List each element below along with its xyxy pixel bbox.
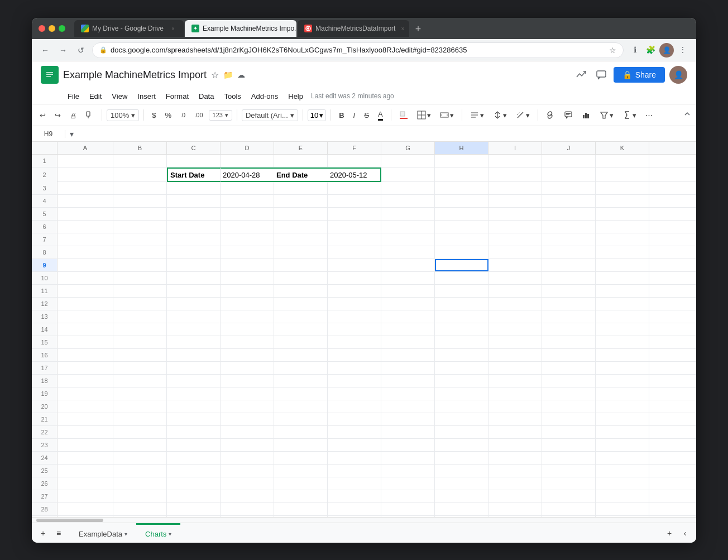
cell-i4[interactable] <box>488 195 542 207</box>
decimal-inc-button[interactable]: .00 <box>191 109 206 121</box>
cell-g2[interactable] <box>381 167 435 182</box>
cloud-icon[interactable]: ☁ <box>237 70 245 79</box>
cell-d8[interactable] <box>221 246 274 259</box>
cell-c1[interactable] <box>167 155 221 167</box>
cell-e5[interactable] <box>274 208 328 220</box>
text-color-button[interactable]: A <box>375 108 386 123</box>
font-family-dropdown[interactable]: Default (Ari... ▾ <box>242 109 298 121</box>
percent-button[interactable]: % <box>161 109 175 122</box>
col-header-f[interactable]: F <box>328 142 381 154</box>
cell-h2[interactable] <box>435 167 488 182</box>
dollar-button[interactable]: $ <box>149 109 159 122</box>
cell-b4[interactable] <box>113 195 167 207</box>
cell-h1[interactable] <box>435 155 488 167</box>
cell-j1[interactable] <box>542 155 596 167</box>
cell-c7[interactable] <box>167 233 221 246</box>
cell-i8[interactable] <box>488 246 542 259</box>
cell-ref-box[interactable]: H9 <box>32 130 65 138</box>
cell-f7[interactable] <box>328 233 381 246</box>
cell-i6[interactable] <box>488 221 542 233</box>
back-button[interactable]: ← <box>39 44 52 57</box>
cell-c9[interactable] <box>167 259 221 271</box>
profile-avatar[interactable]: 👤 <box>659 43 674 58</box>
cell-j3[interactable] <box>542 182 596 194</box>
tab-drive[interactable]: My Drive - Google Drive × <box>74 20 184 37</box>
cell-f4[interactable] <box>328 195 381 207</box>
cell-j2[interactable] <box>542 167 596 182</box>
col-header-a[interactable]: A <box>58 142 113 154</box>
chart-button[interactable] <box>578 108 594 122</box>
forward-button[interactable]: → <box>56 44 70 57</box>
reload-button[interactable]: ↺ <box>74 44 88 57</box>
fullscreen-window-button[interactable] <box>59 25 65 32</box>
new-tab-button[interactable]: + <box>410 21 426 37</box>
info-button[interactable]: ℹ <box>628 43 641 56</box>
cell-h8[interactable] <box>435 246 488 259</box>
comment-icon-button[interactable] <box>593 67 609 83</box>
collapse-toolbar-button[interactable] <box>683 109 692 121</box>
cell-k6[interactable] <box>596 221 649 233</box>
explore-button[interactable]: + <box>663 527 676 540</box>
link-button[interactable] <box>543 108 558 122</box>
cell-h4[interactable] <box>435 195 488 207</box>
tab-dataimport[interactable]: MachineMetricsDataImport × <box>298 20 409 37</box>
cell-a4[interactable] <box>58 195 113 207</box>
italic-button[interactable]: I <box>350 109 359 122</box>
cell-e7[interactable] <box>274 233 328 246</box>
all-sheets-button[interactable]: ≡ <box>52 527 65 540</box>
cell-j9[interactable] <box>542 259 596 271</box>
bold-button[interactable]: B <box>336 109 347 122</box>
cell-h3[interactable] <box>435 182 488 194</box>
align-v-button[interactable]: ▾ <box>490 108 510 122</box>
cell-g1[interactable] <box>381 155 435 167</box>
col-header-g[interactable]: G <box>381 142 435 154</box>
cell-d6[interactable] <box>221 221 274 233</box>
star-icon[interactable]: ☆ <box>211 70 219 80</box>
cell-b5[interactable] <box>113 208 167 220</box>
cell-e1[interactable] <box>274 155 328 167</box>
cell-k9[interactable] <box>596 259 649 271</box>
cell-a7[interactable] <box>58 233 113 246</box>
cell-h9-selected[interactable] <box>435 259 488 271</box>
col-header-h[interactable]: H <box>435 142 488 154</box>
functions-button[interactable]: ▾ <box>619 108 640 122</box>
decimal-dec-button[interactable]: .0 <box>177 109 189 121</box>
col-header-i[interactable]: I <box>488 142 542 154</box>
cell-j4[interactable] <box>542 195 596 207</box>
cell-a9[interactable] <box>58 259 113 271</box>
cell-i1[interactable] <box>488 155 542 167</box>
cell-f5[interactable] <box>328 208 381 220</box>
cell-g8[interactable] <box>381 246 435 259</box>
menu-view[interactable]: View <box>107 91 132 102</box>
cell-a6[interactable] <box>58 221 113 233</box>
cell-h7[interactable] <box>435 233 488 246</box>
cell-k1[interactable] <box>596 155 649 167</box>
add-sheet-button[interactable]: + <box>36 527 50 540</box>
redo-button[interactable]: ↪ <box>51 109 64 122</box>
cell-i7[interactable] <box>488 233 542 246</box>
menu-insert[interactable]: Insert <box>133 91 160 102</box>
cell-d3[interactable] <box>221 182 274 194</box>
sheet-tab-exampledata[interactable]: ExampleData ▾ <box>70 523 136 543</box>
cell-a2[interactable] <box>58 167 113 182</box>
cell-a3[interactable] <box>58 182 113 194</box>
cell-e2[interactable]: End Date <box>274 167 328 182</box>
horizontal-scrollbar[interactable] <box>32 517 696 523</box>
cell-d7[interactable] <box>221 233 274 246</box>
formula-expand-button[interactable]: ▾ <box>65 130 78 138</box>
cell-e9[interactable] <box>274 259 328 271</box>
cell-c2[interactable]: Start Date <box>167 167 221 182</box>
cell-k5[interactable] <box>596 208 649 220</box>
zoom-dropdown[interactable]: 100% ▾ <box>107 109 139 121</box>
col-header-k[interactable]: K <box>596 142 649 154</box>
comment-toolbar-button[interactable] <box>561 108 576 122</box>
cell-c6[interactable] <box>167 221 221 233</box>
cell-b8[interactable] <box>113 246 167 259</box>
scroll-thumb[interactable] <box>36 519 103 522</box>
align-h-button[interactable]: ▾ <box>467 108 487 122</box>
cell-b2[interactable] <box>113 167 167 182</box>
borders-button[interactable]: ▾ <box>414 108 434 122</box>
menu-tools[interactable]: Tools <box>219 91 245 102</box>
cell-d4[interactable] <box>221 195 274 207</box>
menu-button[interactable]: ⋮ <box>676 43 689 56</box>
